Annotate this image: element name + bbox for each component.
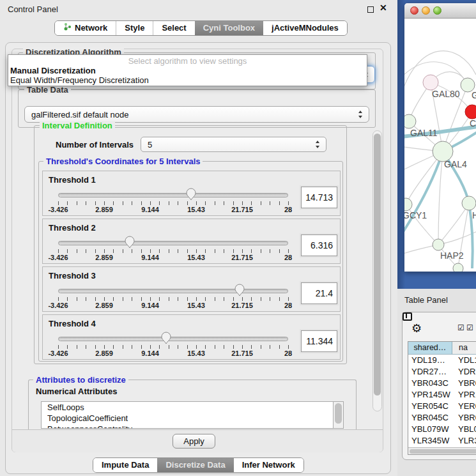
threshold-2-value-field[interactable]: 6.316 [301, 234, 337, 256]
slider-track[interactable] [58, 289, 288, 293]
slider-tick [178, 345, 178, 349]
number-of-intervals-spinner[interactable]: 5 [141, 137, 326, 152]
slider-track[interactable] [58, 337, 288, 341]
table-cell: YDR27… [408, 366, 452, 378]
close-window-button[interactable] [410, 6, 418, 15]
slider-tick [178, 297, 178, 301]
column-header-na[interactable]: na [452, 342, 476, 354]
table-rows: YDL19…YDL19YDR27…YDR27YBR043CYBR04YPR145… [408, 355, 476, 455]
slider-tick [104, 249, 105, 253]
slider-thumb[interactable] [125, 236, 135, 249]
slider-track[interactable] [58, 193, 288, 197]
slider-tick [159, 201, 160, 205]
tab-label: Style [125, 21, 144, 35]
slider-thumb[interactable] [186, 188, 196, 201]
slider-tick [178, 201, 178, 205]
algorithm-option-manual-discretization[interactable]: Manual Discretization [8, 66, 367, 75]
scrollbar-thumb[interactable] [410, 449, 476, 454]
slider-tick [224, 201, 224, 205]
tab-style[interactable]: Style [116, 21, 153, 35]
table-row[interactable]: YBR043CYBR04 [408, 378, 476, 389]
table-row[interactable]: YPR145WYPR14 [408, 389, 476, 401]
threshold-label: Threshold 2 [49, 223, 96, 233]
checkbox-icon[interactable]: ☑ [466, 323, 473, 332]
table-panel-box: ⚙ ☑ ☑ shared…na YDL19…YDL19YDR27…YDR27YB… [402, 312, 476, 460]
float-window-icon[interactable] [367, 6, 374, 13]
table-row[interactable]: YER054CYER05 [408, 401, 476, 412]
slider-tick-label: 15.43 [180, 302, 212, 309]
control-panel-title: Control Panel [8, 4, 58, 14]
algorithm-placeholder-option[interactable]: Select algorithm to view settings [8, 55, 367, 66]
threshold-3-value-field[interactable]: 21.4 [301, 282, 337, 304]
network-node-c[interactable] [465, 105, 476, 119]
slider-tick [215, 249, 215, 253]
attribute-item-selfloops[interactable]: SelfLoops [42, 402, 343, 413]
network-node-gal11[interactable] [404, 114, 416, 128]
bottom-tab-bar: Impute DataDiscretize DataInfer Network [93, 457, 304, 473]
scrollbar-thumb[interactable] [335, 403, 342, 424]
table-horizontal-scrollbar[interactable] [408, 447, 476, 454]
threshold-1-panel: Threshold 1-3.4262.8599.14415.4321.71528… [42, 171, 341, 216]
slider-tick [67, 345, 68, 349]
network-window-titlebar[interactable] [404, 3, 476, 19]
node-label-c: C [470, 118, 476, 128]
table-row[interactable]: YBR045CYBR04 [408, 412, 476, 424]
slider-tick-label: -3.426 [42, 302, 74, 309]
tab-impute-data[interactable]: Impute Data [93, 458, 157, 472]
slider-track[interactable] [58, 241, 288, 245]
slider-tick [86, 297, 86, 301]
slider-tick [224, 249, 224, 253]
tab-network[interactable]: Network [55, 21, 116, 35]
slider-tick [132, 345, 132, 349]
tab-discretize-data[interactable]: Discretize Data [157, 458, 233, 472]
slider-thumb[interactable] [161, 332, 171, 344]
attribute-item-betweennesscentrality[interactable]: BetweennessCentrality [42, 424, 343, 429]
threshold-1-value-field[interactable]: 14.713 [301, 187, 337, 208]
network-node-hap2[interactable] [433, 239, 444, 250]
column-header-shared-[interactable]: shared… [408, 342, 452, 354]
tab-cyni-toolbox[interactable]: Cyni Toolbox [195, 21, 263, 35]
table-row[interactable]: YDR27…YDR27 [408, 366, 476, 378]
apply-button[interactable]: Apply [173, 434, 215, 449]
zoom-window-button[interactable] [433, 6, 441, 15]
slider-tick [270, 345, 270, 349]
table-row[interactable]: YDL19…YDL19 [408, 355, 476, 366]
slider-tick [261, 297, 261, 301]
table-row[interactable]: YLR345WYLR34 [408, 435, 476, 447]
network-canvas[interactable]: GAL80GACGAL11GAL4GCY1HHAP2 [404, 19, 476, 272]
network-node[interactable] [453, 263, 463, 272]
tab-infer-network[interactable]: Infer Network [234, 458, 303, 472]
tab-select[interactable]: Select [153, 21, 194, 35]
minimize-window-button[interactable] [422, 6, 430, 15]
slider-tick [270, 201, 270, 205]
numerical-attributes-list[interactable]: SelfLoopsTopologicalCoefficientBetweenne… [41, 401, 344, 429]
slider-tick [150, 297, 151, 301]
table-row[interactable]: YBL079WYBL07 [408, 424, 476, 435]
slider-thumb[interactable] [234, 284, 245, 296]
network-node-gcy1[interactable] [404, 198, 412, 211]
slider-tick [169, 297, 169, 301]
close-icon[interactable]: ✕ [380, 3, 387, 13]
attributes-list-scrollbar[interactable] [333, 401, 344, 429]
threshold-4-value-field[interactable]: 11.344 [301, 330, 337, 352]
slider-tick [270, 297, 270, 301]
scrollbar-thumb[interactable] [374, 134, 381, 395]
slider-tick [233, 249, 234, 253]
slider-tick [261, 345, 261, 349]
number-of-intervals-label: Number of Intervals [56, 140, 134, 150]
algorithm-popup-list: Manual DiscretizationEqual Width/Frequen… [8, 66, 367, 85]
network-node-gal80[interactable] [423, 75, 438, 90]
node-attribute-table[interactable]: shared…na YDL19…YDL19YDR27…YDR27YBR043CY… [408, 341, 476, 455]
slider-tick-label: 2.859 [88, 206, 120, 213]
attribute-item-topologicalcoefficient[interactable]: TopologicalCoefficient [42, 413, 343, 424]
slider-tick [187, 345, 188, 349]
network-node-h[interactable] [462, 196, 476, 210]
algorithm-option-equal-width-frequency-discretization[interactable]: Equal Width/Frequency Discretization [8, 75, 367, 85]
columns-icon[interactable] [403, 312, 412, 321]
slider-tick [196, 201, 197, 205]
node-label-gal11: GAL11 [410, 128, 438, 138]
tab-jactivemnodules[interactable]: jActiveMNodules [263, 21, 347, 35]
settings-vertical-scrollbar[interactable] [372, 130, 382, 411]
checkbox-icon[interactable]: ☑ [457, 323, 464, 332]
gear-icon[interactable]: ⚙ [411, 321, 422, 335]
